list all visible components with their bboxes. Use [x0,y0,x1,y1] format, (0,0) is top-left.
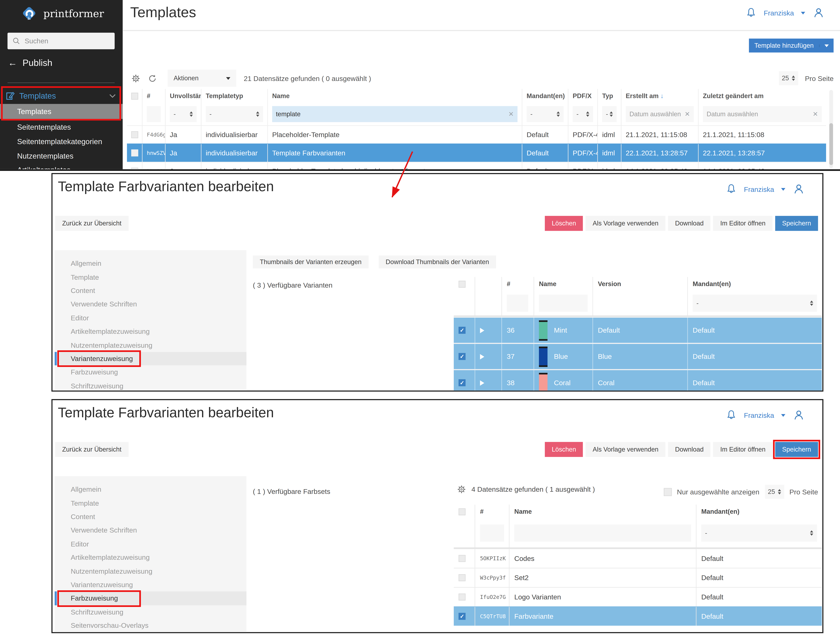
scrollbar-thumb[interactable] [829,123,833,165]
user-caret-icon[interactable] [801,12,805,14]
filter-modified-date-input[interactable]: Datum auswählen✕ [703,106,822,122]
add-template-button[interactable]: Template hinzufügen [749,39,834,52]
nav-verwendete-schriften[interactable]: Verwendete Schriften [55,523,246,537]
download-button[interactable]: Download [668,216,711,231]
only-selected-checkbox[interactable] [663,488,672,496]
colorset-row[interactable]: W3cPpy3f Set2 Default [454,568,822,587]
open-in-editor-button[interactable]: Im Editor öffnen [713,216,772,231]
expand-icon[interactable] [480,354,484,359]
filter-pdfx-select[interactable]: - [573,106,593,122]
col-header-name[interactable]: Name [509,505,696,518]
sidebar-item-artikeltemplates[interactable]: Artikeltemplates [0,163,123,169]
sidebar-item-templates[interactable]: Templates [0,104,123,119]
row-checkbox-checked[interactable]: ✓ [459,613,466,620]
col-header-pdfx[interactable]: PDF/X [568,89,597,103]
back-to-overview-button[interactable]: Zurück zur Übersicht [55,216,128,231]
refresh-icon[interactable] [148,74,157,83]
nav-content[interactable]: Content [55,284,246,297]
nav-artikeltemplatezuweisung[interactable]: Artikeltemplatezuweisung [55,325,246,338]
filter-name-input[interactable] [539,295,588,312]
nav-farbzuweisung-active[interactable]: Farbzuweisung [55,591,246,605]
select-all-checkbox[interactable] [131,92,138,99]
nav-nutzentemplatezuweisung[interactable]: Nutzentemplatezuweisung [55,338,246,352]
variant-row[interactable]: ✓ 36 Mint Default Default [454,317,822,343]
filter-typ-select[interactable]: - [602,106,617,122]
user-menu[interactable]: Franziska [764,9,794,17]
colorset-row[interactable]: IfuO2e7G Logo Varianten Default [454,587,822,607]
col-header-mandant[interactable]: Mandant(en) [687,277,822,291]
row-checkbox[interactable] [459,594,466,600]
clear-icon[interactable]: ✕ [685,111,690,118]
nav-allgemein[interactable]: Allgemein [55,483,246,496]
col-header-name[interactable]: Name [534,277,592,291]
col-header-incomplete[interactable]: Unvollständig [165,89,201,103]
sidebar-item-nutzentemplates[interactable]: Nutzentemplates [0,149,123,163]
sidebar-search-input[interactable]: Suchen [8,33,115,49]
variant-row[interactable]: ✓ 37 Blue Blue Default [454,343,822,369]
nav-editor[interactable]: Editor [55,311,246,325]
per-page-select[interactable]: 25 [779,71,798,85]
nav-farbzuweisung[interactable]: Farbzuweisung [55,365,246,379]
nav-nutzentemplatezuweisung[interactable]: Nutzentemplatezuweisung [55,564,246,578]
col-header-name[interactable]: Name [267,89,522,103]
clear-icon[interactable]: ✕ [813,111,818,118]
nav-schriftzuweisung[interactable]: Schriftzuweisung [55,605,246,619]
row-checkbox[interactable] [131,150,138,156]
filter-mandant-select[interactable]: - [701,524,817,542]
user-avatar-icon[interactable] [792,409,805,422]
filter-id-input[interactable] [147,106,161,122]
col-header-version[interactable]: Version [592,277,687,291]
open-in-editor-button[interactable]: Im Editor öffnen [713,442,772,457]
nav-variantenzuweisung-active[interactable]: Variantenzuweisung [55,352,246,365]
select-all-checkbox[interactable] [459,508,466,515]
col-header-mandant[interactable]: Mandant(en) [522,89,568,103]
filter-incomplete-select[interactable]: - [170,106,197,122]
nav-variantenzuweisung[interactable]: Variantenzuweisung [55,578,246,591]
sidebar-item-seitentemplatekategorien[interactable]: Seitentemplatekategorien [0,134,123,148]
nav-editor[interactable]: Editor [55,537,246,551]
col-header-id[interactable]: # [502,277,534,291]
col-header-typ[interactable]: Typ [597,89,621,103]
back-to-overview-button[interactable]: Zurück zur Übersicht [55,442,128,457]
table-scrollbar[interactable] [829,90,833,168]
col-header-created[interactable]: Erstellt am ↓ [621,89,698,103]
save-button[interactable]: Speichern [775,216,818,231]
table-row-selected[interactable]: hnwSZVjT Ja individualisierbar Template … [127,144,826,162]
generate-thumbnails-button[interactable]: Thumbnails der Varianten erzeugen [253,256,368,269]
filter-name-input[interactable]: template✕ [272,106,518,122]
filter-type-select[interactable]: - [205,106,263,122]
nav-allgemein[interactable]: Allgemein [55,256,246,270]
use-as-template-button[interactable]: Als Vorlage verwenden [586,216,665,231]
user-menu[interactable]: Franziska [744,185,774,193]
filter-mandant-select[interactable]: - [693,295,817,312]
user-caret-icon[interactable] [781,188,785,191]
row-checkbox[interactable] [131,131,138,138]
download-button[interactable]: Download [668,442,711,457]
nav-schriftzuweisung[interactable]: Schriftzuweisung [55,379,246,392]
notifications-bell-icon[interactable] [745,7,757,19]
filter-mandant-select[interactable]: - [527,106,564,122]
nav-seitenvorschau-overlays[interactable]: Seitenvorschau-Overlays [55,619,246,632]
variant-row[interactable]: ✓ 38 Coral Coral Default [454,369,822,392]
add-template-caret-icon[interactable] [819,44,834,47]
expand-icon[interactable] [480,380,484,385]
col-header-mandant[interactable]: Mandant(en) [696,505,822,518]
notifications-bell-icon[interactable] [725,183,737,195]
table-row[interactable]: DLsS8450 Ja individualisierbar Placehold… [127,162,826,171]
table-row[interactable]: F4dG6gJJ Ja individualisierbar Placehold… [127,125,826,144]
filter-id-input[interactable] [480,524,504,542]
delete-button[interactable]: Löschen [545,216,583,231]
row-checkbox[interactable] [459,555,466,562]
nav-artikeltemplatezuweisung[interactable]: Artikeltemplatezuweisung [55,551,246,564]
nav-content[interactable]: Content [55,510,246,523]
nav-verwendete-schriften[interactable]: Verwendete Schriften [55,297,246,311]
col-header-id[interactable]: # [142,89,165,103]
filter-created-date-input[interactable]: Datum auswählen✕ [626,106,694,122]
row-checkbox-checked[interactable]: ✓ [459,379,466,386]
sidebar-item-seitentemplates[interactable]: Seitentemplates [0,120,123,134]
select-all-checkbox[interactable] [459,280,466,287]
row-checkbox-checked[interactable]: ✓ [459,353,466,360]
filter-id-input[interactable] [507,295,528,312]
row-checkbox-checked[interactable]: ✓ [459,327,466,333]
gear-icon[interactable] [131,74,140,83]
